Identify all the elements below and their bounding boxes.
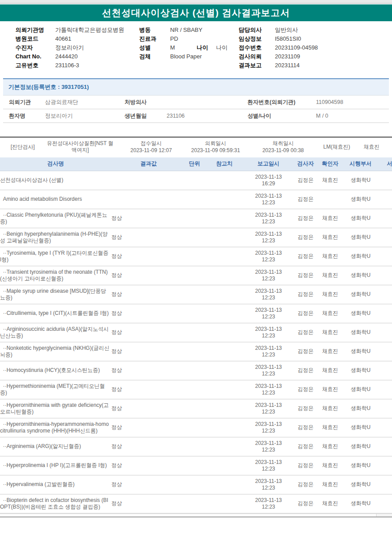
field-label: 처방의사 [125,99,167,106]
reported-time: 16:29 [245,180,292,187]
form [381,342,392,361]
confirmer: 채효진 [320,247,341,266]
test-name: ··Classic Phenylketonuria (PKU)(페닐케톤뇨증) [0,209,111,228]
field-value-secondary: 나이 [216,43,228,52]
report-title: 선천성대사이상검사 (선별) 검사결과보고서 [0,4,392,21]
unit [186,323,203,342]
confirmer: 채효진 [320,266,341,285]
result-row[interactable]: ··Hypervalinemia (고발린혈증) 정상 2023-11-13 1… [0,475,392,494]
tester: 김정은 [292,228,320,247]
reported-time: 12:23 [245,409,292,415]
reference-range [203,171,245,190]
reported-at: 2023-11-13 12:23 [245,323,292,342]
confirmer: 채효진 [320,361,341,380]
reported-at: 2023-11-13 16:29 [245,171,292,190]
department: 생화학U [341,190,381,209]
header-column-left: 의뢰기관명가톨릭대학교은평성모병원 병원코드40661 수진자정보리아기 Cha… [15,26,139,70]
time-label: 의뢰일시 [187,140,244,147]
reported-date: 2023-11-13 [245,269,292,276]
reference-range [203,228,245,247]
department: 생화학U [341,437,381,456]
header-field: 검사의뢰20231109 [239,52,389,61]
field-label: 수진자 [15,43,55,52]
result-row[interactable]: ··Hyperornithinemia-hyperammonemia-homoc… [0,418,392,437]
field-label: Chart No. [15,52,55,61]
test-name: ··Transient tyrosinemia of the neonate (… [0,266,111,285]
confirmer: 채효진 [320,399,341,418]
result-row[interactable]: ··Benign hyperphenylalaninemia (H-PHE)(양… [0,228,392,247]
field-label: 생년월일 [125,112,167,120]
field-label: 검체 [139,52,170,61]
reported-time: 12:23 [245,199,292,206]
reported-time: 12:23 [245,390,292,396]
horizontal-scrollbar-thumb[interactable] [0,514,377,517]
form [381,323,392,342]
result-row[interactable]: ··Argininosuccinic aciduria (ASA)(알지노석시닌… [0,323,392,342]
result-row[interactable]: ··Hyperornithinemia with gyrate deficien… [0,399,392,418]
department: 생화학U [341,247,381,266]
result-row[interactable]: ··Biopterin defect in cofactor biosynthe… [0,494,392,513]
result-row[interactable]: ··Nonketotic hyperglycinemia (NKHG)(글리신뇌… [0,342,392,361]
confirmer: 채효진 [320,323,341,342]
test-name: ··Citrullinemia, type I (CIT)(시트룰린혈증 I형) [0,304,111,323]
results-header-row: 검사명 결과값 단위 참고치 보고일시 검사자 확인자 시행부서 서식 [0,157,392,171]
reported-time: 12:23 [245,447,292,453]
tester: 김정은 [292,190,320,209]
result-value: 정상 [111,342,186,361]
header-field: 결과보고20231114 [239,61,389,70]
reported-date: 2023-11-13 [245,459,292,466]
form [381,361,392,380]
result-row[interactable]: ··Hypermethioninemia (MET)(고메티오닌혈증) 정상 2… [0,380,392,399]
column-header-unit: 단위 [186,157,203,171]
test-name: ··Hypermethioninemia (MET)(고메티오닌혈증) [0,380,111,399]
field-value: 20231109-04598 [275,43,318,52]
tester: 김정은 [292,494,320,513]
field-value: 일반의사 [275,26,301,34]
order-requested-time: 의뢰일시 2023-11-09 09:59:31 [187,140,244,154]
header-field: 성별M나이나이 [139,43,239,52]
result-row[interactable]: ··Tyrosinemia, type I (TYR I)(고타이로신혈증 I형… [0,247,392,266]
result-row[interactable]: 선천성대사이상검사 (선별) 2023-11-13 16:29 김정은 채효진 … [0,171,392,190]
field-value: 40661 [55,34,81,43]
reference-range [203,190,245,209]
reported-time: 12:23 [245,504,292,510]
form [381,494,392,513]
form [381,285,392,304]
test-name: ··Hyperornithinemia with gyrate deficien… [0,399,111,418]
reported-date: 2023-11-13 [245,421,292,428]
field-value: PD [170,34,196,43]
test-name: ··Hyperprolinemia I (HP I)(고프롤린혈증 I형) [0,456,111,475]
basic-info-section: 기본정보(등록번호 : 39317051) 의뢰기관 삼광의료재단 처방의사 환… [3,78,389,123]
reported-at: 2023-11-13 12:23 [245,361,292,380]
result-row[interactable]: ··Homocystinuria (HCY)(호모시스틴뇨증) 정상 2023-… [0,361,392,380]
field-value: M / 0 [316,113,389,119]
horizontal-scrollbar[interactable] [0,513,392,517]
form [381,171,392,190]
result-value: 정상 [111,266,186,285]
result-value: 정상 [111,285,186,304]
unit [186,342,203,361]
tester: 김정은 [292,285,320,304]
header-field: 담당의사일반의사 [239,26,389,34]
department: 생화학U [341,228,381,247]
field-label: 환자명 [3,112,45,120]
result-row[interactable]: ··Hyperprolinemia I (HP I)(고프롤린혈증 I형) 정상… [0,456,392,475]
unit [186,494,203,513]
result-row[interactable]: ··Argininemia (ARG)(알지닌혈증) 정상 2023-11-13… [0,437,392,456]
tester: 김정은 [292,399,320,418]
unit [186,285,203,304]
reference-range [203,494,245,513]
result-row[interactable]: ··Maple syrup urine disease [MSUD](단풍당뇨증… [0,285,392,304]
result-value: 정상 [111,456,186,475]
result-row[interactable]: Amino acid metabolism Disorders 2023-11-… [0,190,392,209]
reference-range [203,399,245,418]
result-row[interactable]: ··Citrullinemia, type I (CIT)(시트룰린혈증 I형)… [0,304,392,323]
confirmer: 채효진 [320,342,341,361]
confirmer: 채효진 [320,475,341,494]
test-name: ··Homocystinuria (HCY)(호모시스틴뇨증) [0,361,111,380]
result-row[interactable]: ··Transient tyrosinemia of the neonate (… [0,266,392,285]
department: 생화학U [341,266,381,285]
form [381,456,392,475]
department: 생화학U [341,323,381,342]
result-row[interactable]: ··Classic Phenylketonuria (PKU)(페닐케톤뇨증) … [0,209,392,228]
